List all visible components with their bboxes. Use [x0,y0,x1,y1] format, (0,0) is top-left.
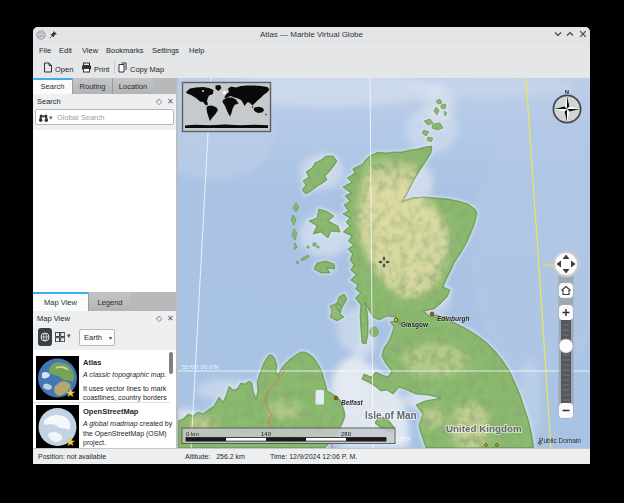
svg-text:Belfast: Belfast [341,399,364,406]
svg-text:55°00' 00.0"N: 55°00' 00.0"N [182,364,219,370]
svg-text:United Kingdom: United Kingdom [446,423,522,434]
svg-text:N: N [565,89,569,95]
svg-text:0 km: 0 km [186,431,199,437]
svg-text:Glasgow: Glasgow [401,321,429,329]
svg-text:Edinburgh: Edinburgh [437,315,470,323]
svg-text:Isle of Man: Isle of Man [365,410,417,421]
svg-text:280: 280 [341,431,352,437]
svg-text:Public Domain: Public Domain [539,437,581,444]
svg-text:140: 140 [261,431,272,437]
